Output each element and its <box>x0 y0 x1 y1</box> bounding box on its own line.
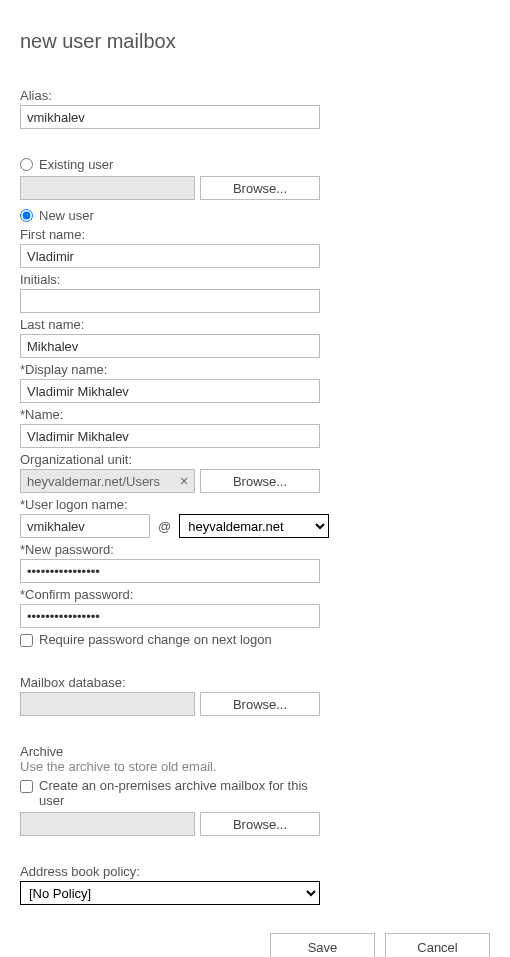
archive-location-input <box>20 812 195 836</box>
page-title: new user mailbox <box>20 30 490 53</box>
mailbox-database-label: Mailbox database: <box>20 675 490 690</box>
abp-select[interactable]: [No Policy] <box>20 881 320 905</box>
archive-section-title: Archive <box>20 744 490 759</box>
domain-select[interactable]: heyvaldemar.net <box>179 514 329 538</box>
new-password-input[interactable] <box>20 559 320 583</box>
confirm-password-label: *Confirm password: <box>20 587 490 602</box>
initials-label: Initials: <box>20 272 490 287</box>
save-button[interactable]: Save <box>270 933 375 957</box>
existing-user-browse-button[interactable]: Browse... <box>200 176 320 200</box>
new-password-label: *New password: <box>20 542 490 557</box>
new-user-radio[interactable] <box>20 209 33 222</box>
display-name-label: *Display name: <box>20 362 490 377</box>
org-unit-input <box>20 469 195 493</box>
last-name-label: Last name: <box>20 317 490 332</box>
user-logon-input[interactable] <box>20 514 150 538</box>
first-name-input[interactable] <box>20 244 320 268</box>
existing-user-input <box>20 176 195 200</box>
confirm-password-input[interactable] <box>20 604 320 628</box>
require-password-change-checkbox[interactable] <box>20 634 33 647</box>
clear-icon[interactable]: × <box>177 474 191 488</box>
alias-label: Alias: <box>20 88 490 103</box>
first-name-label: First name: <box>20 227 490 242</box>
existing-user-radio[interactable] <box>20 158 33 171</box>
create-archive-label: Create an on-premises archive mailbox fo… <box>39 778 309 808</box>
name-label: *Name: <box>20 407 490 422</box>
create-archive-checkbox[interactable] <box>20 780 33 793</box>
org-unit-label: Organizational unit: <box>20 452 490 467</box>
user-logon-label: *User logon name: <box>20 497 490 512</box>
mailbox-database-browse-button[interactable]: Browse... <box>200 692 320 716</box>
require-password-change-label: Require password change on next logon <box>39 632 272 647</box>
initials-input[interactable] <box>20 289 320 313</box>
org-unit-browse-button[interactable]: Browse... <box>200 469 320 493</box>
cancel-button[interactable]: Cancel <box>385 933 490 957</box>
display-name-input[interactable] <box>20 379 320 403</box>
archive-browse-button[interactable]: Browse... <box>200 812 320 836</box>
mailbox-database-input <box>20 692 195 716</box>
abp-label: Address book policy: <box>20 864 490 879</box>
archive-help-text: Use the archive to store old email. <box>20 759 490 774</box>
existing-user-radio-label: Existing user <box>39 157 113 172</box>
alias-input[interactable] <box>20 105 320 129</box>
last-name-input[interactable] <box>20 334 320 358</box>
at-symbol: @ <box>158 519 171 534</box>
name-input[interactable] <box>20 424 320 448</box>
new-user-radio-label: New user <box>39 208 94 223</box>
